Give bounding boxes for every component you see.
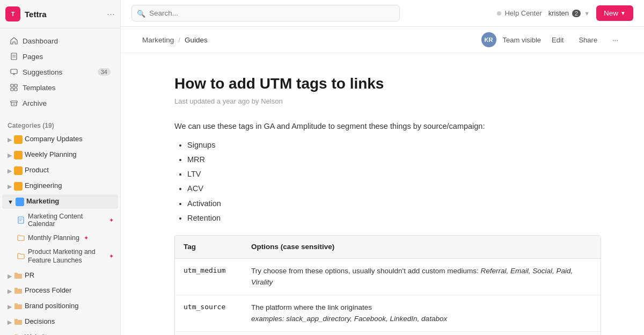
svg-rect-6 (11, 88, 13, 91)
folder-icon-blue (16, 198, 24, 206)
chevron-down-icon: ▼ (620, 10, 626, 16)
svg-rect-8 (11, 101, 17, 103)
templates-icon (10, 83, 18, 92)
app-logo: T (5, 6, 20, 21)
chevron-right-icon: ▶ (8, 151, 12, 159)
team-visible-label: Team visible (503, 36, 541, 44)
options-cell: Try choose from these options, usually s… (243, 258, 601, 295)
chevron-right-icon: ▶ (8, 167, 12, 174)
chevron-right-icon: ▶ (8, 303, 12, 310)
content-area: Marketing / Guides KR Team visible Edit … (121, 27, 644, 335)
search-icon: 🔍 (137, 9, 145, 17)
archive-icon (10, 99, 18, 107)
chevron-down-icon: ▼ (8, 198, 13, 206)
options-cell: Used for grouping links together that al… (243, 331, 601, 335)
sidebar-item-website[interactable]: ▶ Website (2, 330, 118, 335)
sidebar-item-product[interactable]: ▶ Product (2, 163, 118, 178)
list-item: Activation (187, 198, 601, 210)
chevron-right-icon: ▶ (8, 183, 12, 190)
sidebar-item-marketing[interactable]: ▼ Marketing (2, 194, 118, 209)
table-row: utm_campagin Used for grouping links tog… (175, 331, 601, 335)
folder-icon (14, 333, 23, 335)
list-item: Signups (187, 139, 601, 151)
breadcrumb-current: Guides (185, 36, 208, 44)
utm-table: Tag Options (case sensitive) utm_medium … (174, 235, 601, 335)
folder-icon-orange (14, 166, 23, 175)
tag-cell: utm_medium (175, 258, 243, 295)
sidebar-item-templates[interactable]: Templates (2, 80, 118, 95)
tag-cell: utm_campagin (175, 331, 243, 335)
folder-icon (14, 286, 23, 295)
sidebar-header: T Tettra ··· (0, 0, 120, 28)
topbar-right: Help Center kristen 2 ▼ New ▼ (497, 5, 633, 21)
sidebar-item-suggestions[interactable]: Suggestions 34 (2, 64, 118, 79)
sidebar: T Tettra ··· Dashboard Pages Suggestions… (0, 0, 121, 335)
chevron-right-icon: ▶ (8, 272, 12, 280)
folder-small-icon (17, 252, 25, 260)
new-button[interactable]: New ▼ (596, 5, 633, 21)
sidebar-item-company-updates[interactable]: ▶ Company Updates (2, 132, 118, 147)
sidebar-item-brand-positioning[interactable]: ▶ Brand positioning (2, 299, 118, 314)
categories-header: Categories (19) (0, 118, 120, 132)
document-title: How to add UTM tags to links (174, 75, 601, 93)
table-row: utm_medium Try choose from these options… (175, 258, 601, 295)
sidebar-item-weekly-planning[interactable]: ▶ Weekly Planning (2, 148, 118, 162)
svg-rect-3 (11, 69, 17, 74)
search-input[interactable] (131, 5, 400, 21)
document-list: Signups MRR LTV ACV Activation Retention (174, 139, 601, 224)
document-meta: Last updated a year ago by Nelson (174, 97, 601, 105)
search-wrapper: 🔍 (131, 5, 400, 21)
examples-label: examples: (251, 315, 284, 323)
app-name: Tettra (25, 10, 103, 19)
sidebar-nav: Dashboard Pages Suggestions 34 Templates (0, 28, 120, 115)
breadcrumb-parent[interactable]: Marketing (142, 36, 174, 44)
italic-example: Referral, Email, Social, Paid, Virality (251, 267, 573, 287)
chevron-right-icon: ▶ (8, 318, 12, 326)
chevron-down-icon: ▼ (584, 10, 590, 17)
document-body: We can use these tags in GA and Amplitud… (174, 120, 601, 335)
notification-badge: 2 (572, 10, 581, 17)
main-area: 🔍 Help Center kristen 2 ▼ New ▼ Ma (121, 0, 644, 335)
list-item: ACV (187, 183, 601, 195)
svg-rect-10 (18, 217, 24, 223)
sidebar-item-marketing-content-calendar[interactable]: Marketing Content Calendar ✦ (2, 210, 118, 230)
user-menu[interactable]: kristen 2 ▼ (548, 9, 590, 17)
sidebar-item-process-folder[interactable]: ▶ Process Folder (2, 283, 118, 298)
sidebar-item-monthly-planning[interactable]: Monthly Planning ✦ (2, 231, 118, 244)
sidebar-item-dashboard[interactable]: Dashboard (2, 33, 118, 48)
sidebar-item-pr[interactable]: ▶ PR (2, 268, 118, 283)
folder-icon-orange (14, 135, 23, 144)
more-actions-button[interactable]: ··· (608, 34, 623, 46)
home-icon (10, 37, 18, 45)
star-badge: ✦ (84, 235, 89, 242)
breadcrumb-separator: / (178, 36, 180, 44)
list-item: LTV (187, 168, 601, 180)
folder-icon (14, 317, 23, 326)
suggestions-icon (10, 68, 18, 76)
sidebar-item-pages[interactable]: Pages (2, 49, 118, 64)
sidebar-item-archive[interactable]: Archive (2, 96, 118, 111)
pages-icon (10, 52, 18, 61)
avatar: KR (481, 32, 496, 47)
sidebar-item-product-marketing[interactable]: Product Marketing and Feature Launches ✦ (2, 245, 118, 267)
folder-small-icon (17, 234, 25, 242)
star-badge: ✦ (109, 252, 114, 260)
table-col-tag: Tag (175, 236, 243, 258)
document-intro: We can use these tags in GA and Amplitud… (174, 120, 601, 133)
help-center-link[interactable]: Help Center (497, 9, 541, 17)
doc-content: How to add UTM tags to links Last update… (121, 53, 644, 335)
sidebar-item-engineering[interactable]: ▶ Engineering (2, 179, 118, 193)
edit-button[interactable]: Edit (547, 34, 568, 46)
table-row: utm_source The platform where the link o… (175, 295, 601, 331)
more-options-button[interactable]: ··· (107, 9, 115, 20)
sidebar-item-decisions[interactable]: ▶ Decisions (2, 315, 118, 329)
search-box: 🔍 (131, 5, 400, 21)
topbar: 🔍 Help Center kristen 2 ▼ New ▼ (121, 0, 644, 27)
share-button[interactable]: Share (574, 34, 602, 46)
chevron-right-icon: ▶ (8, 136, 12, 143)
suggestions-badge: 34 (98, 68, 111, 76)
breadcrumb: Marketing / Guides (142, 36, 208, 44)
list-item: MRR (187, 154, 601, 166)
doc-actions: KR Team visible Edit Share ··· (481, 32, 623, 47)
options-cell: The platform where the link originates e… (243, 295, 601, 331)
